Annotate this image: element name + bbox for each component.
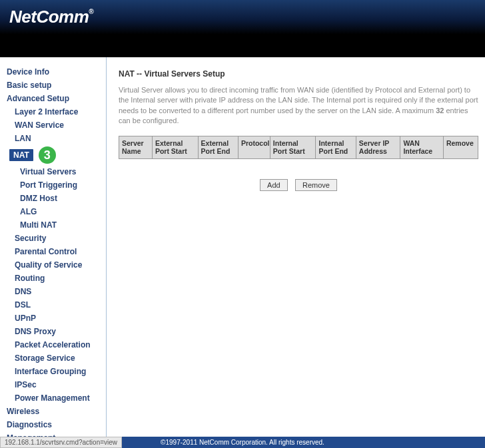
nav-wan-service[interactable]: WAN Service [5,118,103,132]
th-protocol: Protocol [238,136,270,158]
nav-dns-proxy[interactable]: DNS Proxy [5,325,103,338]
nav-nat[interactable]: NAT [9,149,33,161]
nav-diagnostics[interactable]: Diagnostics [5,418,103,431]
nav-multi-nat[interactable]: Multi NAT [5,218,103,232]
th-remove: Remove [443,136,478,158]
nav-dmz-host[interactable]: DMZ Host [5,192,103,205]
page-title: NAT -- Virtual Servers Setup [119,69,478,79]
nav-advanced-setup[interactable]: Advanced Setup [5,92,103,105]
nav-ipsec[interactable]: IPSec [5,378,103,391]
nav-alg[interactable]: ALG [5,205,103,218]
nav-lan[interactable]: LAN [5,132,103,145]
step-badge: 3 [39,146,56,164]
nav-wireless[interactable]: Wireless [5,405,103,418]
th-ext-port-start: External Port Start [152,136,198,158]
nav-port-triggering[interactable]: Port Triggering [5,178,103,192]
th-int-port-start: Internal Port Start [270,136,316,158]
th-server-name: Server Name [119,136,153,158]
sidebar: Device Info Basic setup Advanced Setup L… [0,57,107,437]
nav-virtual-servers[interactable]: Virtual Servers [5,165,103,178]
browser-statusbar: 192.168.1.1/scvrtsrv.cmd?action=view [0,437,122,448]
nav-device-info[interactable]: Device Info [5,65,103,79]
th-wan-interface: WAN Interface [400,136,444,158]
table-header-row: Server Name External Port Start External… [119,136,478,158]
nav-storage-service[interactable]: Storage Service [5,351,103,365]
body: Device Info Basic setup Advanced Setup L… [0,57,485,437]
button-row: Add Remove [119,179,478,191]
nav-parental-control[interactable]: Parental Control [5,245,103,258]
th-ext-port-end: External Port End [198,136,238,158]
nav-qos[interactable]: Quality of Service [5,258,103,272]
nav-dsl[interactable]: DSL [5,298,103,312]
add-button[interactable]: Add [260,179,288,191]
nav-basic-setup[interactable]: Basic setup [5,79,103,92]
remove-button[interactable]: Remove [295,179,337,191]
page-description: Virtual Server allows you to direct inco… [119,85,478,126]
nav-nat-row: NAT 3 [5,145,103,165]
nav-layer2-interface[interactable]: Layer 2 Interface [5,105,103,118]
brand-logo: NetComm® [9,7,476,27]
nav-power-management[interactable]: Power Management [5,391,103,405]
app-header: NetComm® [0,0,485,57]
nav-security[interactable]: Security [5,232,103,245]
nav-tree: Device Info Basic setup Advanced Setup L… [5,65,103,437]
content-pane: NAT -- Virtual Servers Setup Virtual Ser… [107,57,485,437]
nav-dns[interactable]: DNS [5,285,103,298]
nav-management[interactable]: Management [5,431,103,437]
nav-routing[interactable]: Routing [5,272,103,285]
th-server-ip: Server IP Address [356,136,400,158]
th-int-port-end: Internal Port End [316,136,356,158]
nav-packet-acceleration[interactable]: Packet Acceleration [5,338,103,351]
nav-upnp[interactable]: UPnP [5,312,103,325]
nav-interface-grouping[interactable]: Interface Grouping [5,365,103,378]
virtual-servers-table: Server Name External Port Start External… [119,136,478,159]
